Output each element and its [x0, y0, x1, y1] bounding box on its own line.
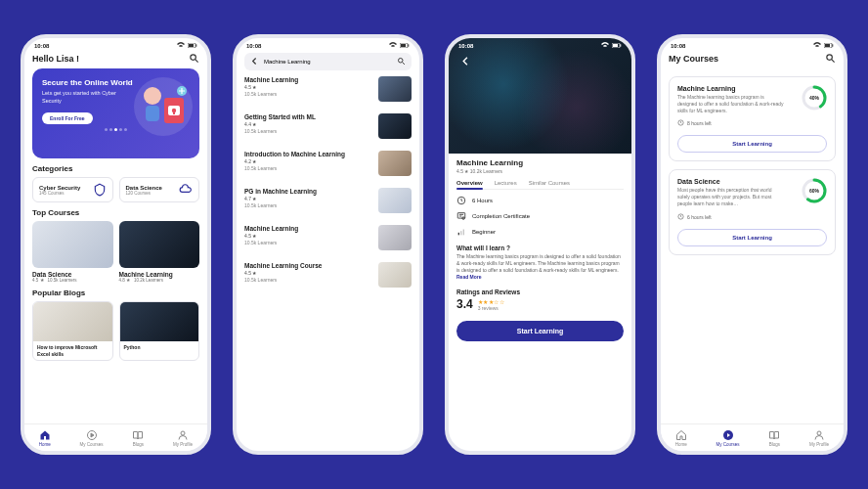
search-input[interactable]	[264, 59, 392, 65]
svg-rect-1	[189, 44, 194, 47]
result-thumbnail	[378, 151, 412, 176]
course-meta: 4.5 ★ 10.2k Learners	[456, 168, 624, 174]
book-icon	[768, 429, 780, 441]
start-learning-button[interactable]: Start Learning	[677, 135, 827, 153]
screen-course-detail: 10:08 Machine Learning 4.5 ★ 10.2k Learn…	[445, 34, 635, 455]
search-result[interactable]: Machine Learning 4.5 ★ 10.5k Learners	[244, 219, 412, 256]
result-learners: 10.5k Learners	[244, 202, 372, 208]
status-time: 10:08	[671, 43, 685, 49]
back-icon[interactable]	[250, 57, 259, 67]
category-card[interactable]: Data Science 120 Courses	[119, 177, 200, 202]
hero-illustration-icon	[133, 76, 194, 137]
nav-blogs[interactable]: Blogs	[132, 429, 144, 447]
search-result[interactable]: Introduction to Machine Learning 4.2 ★ 1…	[244, 145, 412, 182]
result-title: Introduction to Machine Learning	[244, 151, 372, 157]
blog-card[interactable]: How to improve Microsoft Excel skills	[32, 301, 113, 361]
nav-home[interactable]: Home	[39, 429, 51, 447]
status-icons	[601, 42, 622, 49]
wifi-icon	[177, 42, 185, 49]
search-icon[interactable]	[397, 57, 406, 67]
svg-rect-16	[401, 44, 406, 47]
tab-lectures[interactable]: Lectures	[495, 180, 517, 186]
status-bar: 10:08	[237, 38, 419, 51]
my-course-name: Data Science	[677, 178, 785, 185]
result-title: Getting Started with ML	[244, 113, 372, 120]
course-hero-image	[449, 38, 631, 154]
result-thumbnail	[378, 188, 412, 213]
what-learn-title: What will I learn ?	[456, 244, 624, 251]
blog-card[interactable]: Python	[119, 301, 200, 361]
nav-home[interactable]: Home	[675, 429, 687, 447]
rating-score: 3.4	[456, 297, 473, 311]
course-name: Data Science	[32, 271, 113, 278]
search-result[interactable]: Getting Started with ML 4.4 ★ 10.5k Lear…	[244, 108, 412, 145]
battery-icon	[612, 43, 622, 49]
search-result[interactable]: Machine Learning Course 4.5 ★ 10.5k Lear…	[244, 256, 412, 293]
wifi-icon	[389, 42, 397, 49]
detail-tabs: Overview Lectures Similar Courses	[456, 180, 624, 190]
start-learning-button[interactable]: Start Learning	[677, 229, 827, 246]
nav-profile[interactable]: My Profile	[809, 429, 829, 447]
status-bar: 10:08	[661, 38, 844, 51]
search-result[interactable]: PG in Machine Learning 4.7 ★ 10.5k Learn…	[244, 182, 412, 219]
svg-point-18	[399, 59, 404, 64]
course-card[interactable]: Data Science 4.5 ★ 10.5k Learners	[32, 221, 113, 283]
svg-line-4	[195, 60, 198, 63]
svg-line-19	[403, 63, 405, 65]
svg-point-41	[817, 431, 821, 435]
result-learners: 10.5k Learners	[244, 277, 372, 283]
hero-cta-button[interactable]: Enroll For Free	[42, 112, 93, 124]
page-title: My Courses	[669, 54, 718, 64]
course-rating: 4.8 ★	[119, 278, 131, 283]
nav-blogs[interactable]: Blogs	[768, 429, 780, 447]
certificate-icon	[456, 211, 466, 221]
rating-stars-icon: ★★★☆☆	[478, 299, 505, 305]
bottom-nav: Home My Courses Blogs My Profile	[661, 423, 844, 451]
level-icon	[456, 227, 466, 237]
start-learning-button[interactable]: Start Learning	[456, 321, 624, 341]
home-icon	[39, 429, 51, 441]
svg-point-6	[144, 87, 161, 105]
tab-similar[interactable]: Similar Courses	[529, 180, 570, 186]
course-rating: 4.5 ★	[32, 278, 44, 283]
course-thumbnail	[32, 221, 113, 268]
course-card[interactable]: Machine Learning 4.8 ★ 10.2k Learners	[119, 221, 200, 283]
status-time: 10:08	[458, 43, 473, 49]
tab-overview[interactable]: Overview	[456, 180, 483, 186]
category-name: Cyber Security	[39, 185, 80, 191]
user-icon	[177, 429, 189, 441]
svg-point-32	[827, 55, 833, 61]
battery-icon	[188, 43, 197, 49]
my-course-desc: Most people have this perception that wo…	[677, 187, 785, 206]
result-learners: 10.5k Learners	[244, 128, 372, 134]
read-more-link[interactable]: Read More	[456, 274, 482, 280]
search-icon[interactable]	[825, 53, 836, 65]
result-title: Machine Learning Course	[244, 262, 372, 269]
hero-subtitle: Lets get you started with Cyber Security	[42, 90, 131, 105]
svg-rect-21	[613, 44, 618, 47]
svg-rect-30	[825, 44, 830, 47]
blog-title: How to improve Microsoft Excel skills	[33, 341, 112, 360]
nav-my-courses[interactable]: My Courses	[716, 429, 740, 447]
result-learners: 10.5k Learners	[244, 240, 372, 245]
status-icons	[813, 42, 834, 49]
shield-icon	[93, 183, 107, 197]
search-result[interactable]: Machine Learning 4.5 ★ 10.5k Learners	[244, 70, 412, 108]
result-learners: 10.5k Learners	[244, 165, 372, 171]
hero-banner[interactable]: Secure the Online World Lets get you sta…	[32, 68, 199, 158]
wifi-icon	[813, 42, 821, 49]
search-bar[interactable]	[244, 53, 412, 70]
svg-point-3	[191, 55, 196, 61]
category-meta: 145 Courses	[39, 191, 80, 196]
nav-profile[interactable]: My Profile	[173, 429, 193, 447]
result-rating: 4.5 ★	[244, 84, 372, 90]
progress-value: 40%	[802, 85, 827, 111]
svg-rect-28	[463, 230, 464, 236]
category-card[interactable]: Cyber Security 145 Courses	[32, 177, 113, 202]
progress-value: 60%	[802, 178, 827, 203]
nav-my-courses[interactable]: My Courses	[80, 429, 104, 447]
search-icon[interactable]	[189, 53, 199, 65]
my-course-time: 6 hours left	[677, 213, 785, 221]
svg-rect-22	[620, 44, 621, 46]
back-icon[interactable]	[460, 56, 471, 67]
